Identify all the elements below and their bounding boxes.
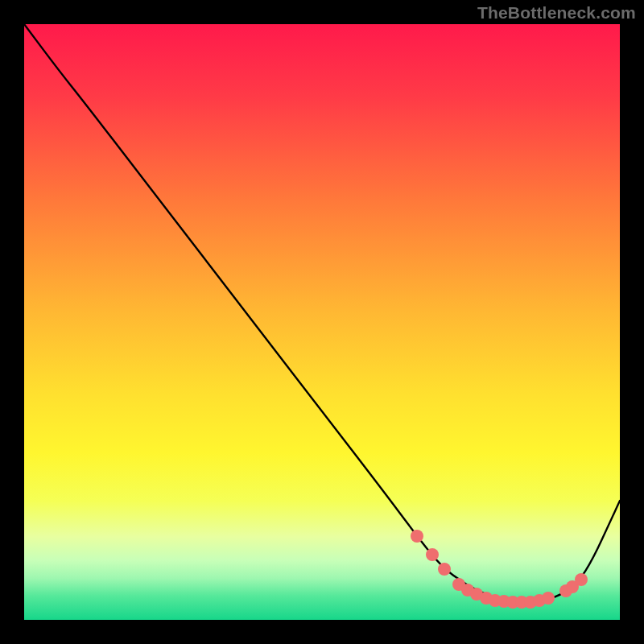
data-point [411, 530, 423, 543]
data-point [575, 573, 588, 586]
chart-frame: TheBottleneck.com [0, 0, 644, 644]
data-point [426, 548, 439, 561]
data-point [542, 592, 555, 605]
data-points-layer [24, 24, 620, 620]
attribution-text: TheBottleneck.com [477, 3, 636, 23]
plot-area [24, 24, 620, 620]
data-point [438, 563, 451, 576]
